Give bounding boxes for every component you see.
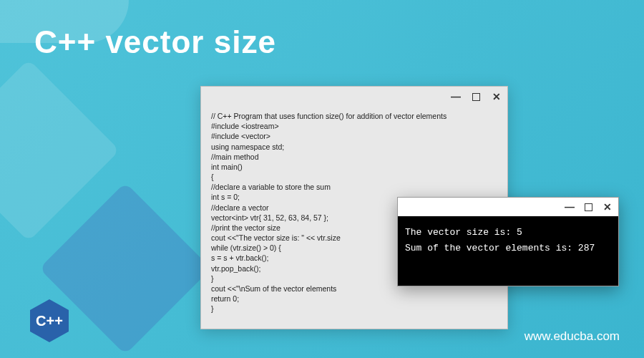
close-icon[interactable] (492, 92, 502, 102)
minimize-icon[interactable] (451, 92, 461, 102)
code-window-titlebar (201, 87, 507, 107)
cpp-logo-text: C++ (36, 313, 63, 329)
console-output-window: The vector size is: 5 Sum of the vector … (397, 197, 619, 286)
maximize-icon[interactable] (472, 93, 480, 101)
cpp-logo: C++ (30, 299, 69, 342)
maximize-icon[interactable] (585, 203, 592, 211)
console-titlebar (398, 198, 618, 216)
minimize-icon[interactable] (565, 202, 575, 212)
console-output: The vector size is: 5 Sum of the vector … (398, 216, 618, 286)
footer-url: www.educba.com (525, 329, 620, 344)
close-icon[interactable] (602, 202, 613, 212)
cpp-logo-hexagon: C++ (30, 299, 69, 342)
page-title: C++ vector size (34, 24, 276, 60)
